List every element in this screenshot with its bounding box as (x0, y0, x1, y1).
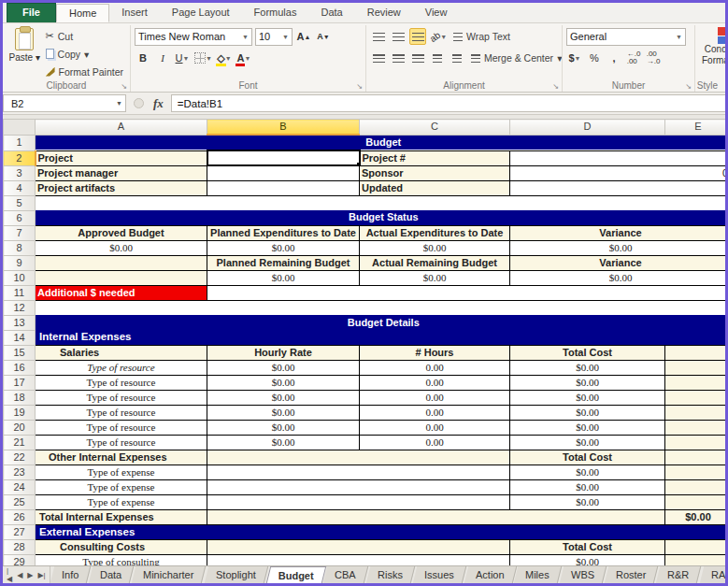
grid-cell[interactable]: Planned Remaining Budget (207, 255, 360, 270)
grid-cell[interactable]: $0.00 (360, 270, 510, 285)
grid-cell[interactable] (207, 509, 665, 524)
grid-cell[interactable] (665, 539, 726, 554)
number-dialog-launcher[interactable]: ↘ (685, 82, 692, 91)
row-header-12[interactable]: 12 (4, 300, 36, 315)
sheet-tab-risks[interactable]: Risks (366, 566, 415, 583)
grid-cell[interactable] (207, 539, 510, 554)
grid-cell[interactable]: Consulting Costs (36, 539, 207, 554)
grid-cell[interactable]: $0.00 (207, 270, 360, 285)
alignment-dialog-launcher[interactable]: ↘ (552, 82, 559, 91)
row-header-11[interactable]: 11 (4, 285, 36, 300)
row-header-19[interactable]: 19 (4, 405, 36, 420)
grid-cell[interactable]: Other Internal Expenses (36, 450, 207, 465)
grid-cell[interactable]: Type of expense (36, 465, 207, 479)
decrease-indent-button[interactable] (429, 50, 446, 66)
grid-cell[interactable]: Total Cost (510, 345, 665, 360)
grid-cell[interactable]: Salaries (36, 345, 207, 360)
grid-cell[interactable]: Additional $ needed (36, 285, 207, 300)
grid-cell[interactable] (510, 150, 726, 165)
grid-cell[interactable]: Project # (360, 150, 510, 165)
font-dialog-launcher[interactable]: ↘ (356, 82, 363, 91)
grid-cell[interactable]: Hourly Rate (207, 345, 360, 360)
wrap-text-button[interactable]: Wrap Text (450, 29, 513, 45)
row-header-10[interactable]: 10 (4, 270, 36, 285)
align-middle-button[interactable] (390, 28, 407, 45)
grid-cell[interactable] (207, 180, 360, 195)
grid-cell[interactable]: External Expenses (36, 524, 726, 539)
grid-cell[interactable]: $0.00 (510, 554, 665, 565)
grid-cell[interactable]: $0.00 (207, 435, 360, 450)
row-header-1[interactable]: 1 (4, 135, 36, 150)
grid-cell[interactable] (665, 405, 726, 420)
previous-sheet-icon[interactable]: ◀ (17, 571, 22, 579)
bold-button[interactable]: B (135, 50, 151, 66)
grid-cell[interactable] (665, 390, 726, 405)
grid-cell[interactable]: $0.00 (207, 405, 360, 420)
grid-cell[interactable]: Budget Status (36, 210, 726, 225)
align-right-button[interactable] (409, 50, 426, 66)
font-size-combo[interactable]: 10▼ (255, 28, 293, 46)
row-header-6[interactable]: 6 (4, 210, 36, 225)
grid-cell[interactable]: Type of expense (36, 494, 207, 509)
font-family-combo[interactable]: Times New Roman▼ (135, 28, 252, 46)
sheet-tab-budget[interactable]: Budget (265, 566, 325, 583)
sheet-tab-roster[interactable]: Roster (605, 566, 659, 583)
ribbon-tab-home[interactable]: Home (56, 4, 109, 22)
grid-cell[interactable]: 0.00 (360, 375, 510, 390)
row-header-21[interactable]: 21 (4, 435, 36, 450)
grid-cell[interactable]: $0.00 (207, 240, 360, 255)
row-header-9[interactable]: 9 (4, 255, 36, 270)
first-sheet-icon[interactable]: |◀ (7, 566, 12, 583)
grid-cell[interactable]: Total Cost (510, 539, 665, 554)
formula-bar-collapse-button[interactable] (134, 98, 144, 108)
grid-cell[interactable] (36, 195, 726, 210)
grid-cell[interactable]: Type of resource (36, 435, 207, 450)
grid-cell[interactable] (665, 450, 726, 465)
percent-format-button[interactable]: % (586, 50, 603, 66)
column-header-D[interactable]: D (510, 120, 665, 136)
grid-cell[interactable]: Internal Expenses (36, 330, 726, 345)
decrease-decimal-button[interactable]: .00→.0 (645, 50, 662, 66)
row-header-8[interactable]: 8 (4, 240, 36, 255)
grid-cell[interactable]: Actual Expenditures to Date (360, 225, 510, 240)
grid-cell[interactable]: Project manager (36, 165, 207, 180)
row-header-26[interactable]: 26 (4, 509, 36, 524)
ribbon-tab-data[interactable]: Data (308, 4, 354, 22)
grid-cell[interactable] (665, 554, 726, 565)
number-format-combo[interactable]: General▼ (566, 28, 686, 46)
selected-cell-B2[interactable] (207, 150, 360, 165)
align-top-button[interactable] (370, 28, 387, 45)
column-header-C[interactable]: C (360, 120, 510, 136)
grid-cell[interactable] (207, 554, 510, 565)
grid-cell[interactable]: $0.00 (360, 240, 510, 255)
last-sheet-icon[interactable]: ▶| (37, 571, 45, 579)
grid-cell[interactable]: $0.00 (510, 494, 665, 509)
grid-cell[interactable] (665, 345, 726, 360)
grid-cell[interactable] (510, 180, 726, 195)
align-left-button[interactable] (370, 50, 387, 66)
grid-cell[interactable]: Type of resource (36, 375, 207, 390)
sheet-tab-ram[interactable]: RAM (699, 566, 728, 583)
name-box[interactable]: B2 ▼ (3, 94, 126, 112)
italic-button[interactable]: I (154, 50, 171, 66)
grid-cell[interactable]: Budget (36, 135, 726, 150)
grid-cell[interactable]: $0.00 (510, 240, 726, 255)
grid-cell[interactable] (665, 494, 726, 509)
orientation-button[interactable]: ab▼ (429, 28, 448, 45)
row-header-18[interactable]: 18 (4, 390, 36, 405)
borders-button[interactable]: ▼ (193, 50, 213, 66)
grid-cell[interactable]: Variance (510, 255, 726, 270)
grid-cell[interactable]: $0.00 (510, 375, 665, 390)
grid-cell[interactable] (207, 285, 726, 300)
row-header-22[interactable]: 22 (4, 450, 36, 465)
grid-cell[interactable]: $0.00 (510, 479, 665, 494)
row-header-24[interactable]: 24 (4, 479, 36, 494)
grid-cell[interactable]: 0.00 (360, 435, 510, 450)
column-header-B[interactable]: B (207, 120, 360, 136)
grid-cell[interactable]: Project (36, 150, 207, 165)
align-center-button[interactable] (390, 50, 407, 66)
row-header-4[interactable]: 4 (4, 180, 36, 195)
grid-cell[interactable] (207, 450, 510, 465)
column-header-E[interactable]: E (665, 120, 726, 136)
grid-cell[interactable] (36, 270, 207, 285)
